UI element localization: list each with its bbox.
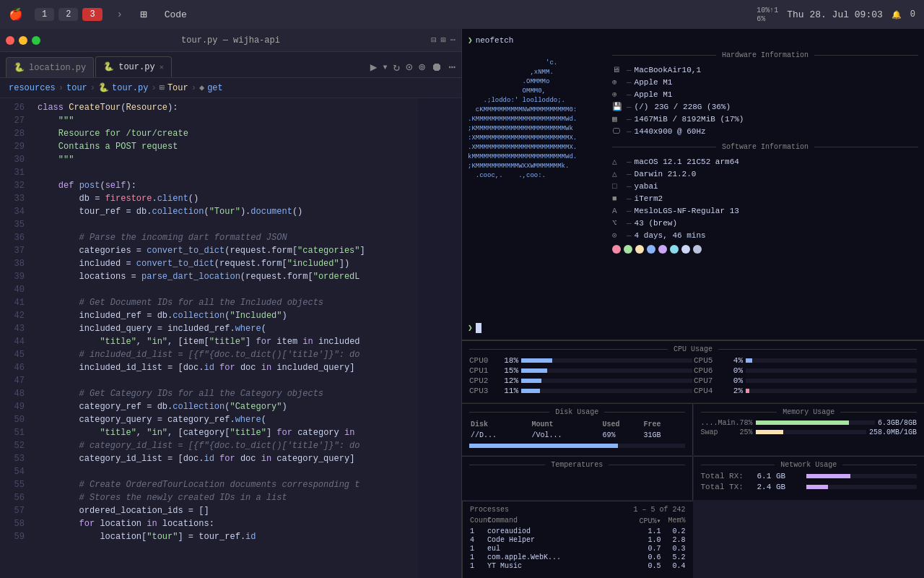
cpu-title: CPU Usage: [668, 345, 718, 353]
cpu3-bar: [521, 389, 692, 393]
cpu4-val: 2%: [723, 387, 743, 395]
workspace-tab-3[interactable]: 3: [82, 8, 102, 21]
mem-swap-bar: [756, 430, 866, 434]
layout-icon[interactable]: ⊞: [441, 35, 446, 46]
cpu2-val: 12%: [498, 376, 518, 385]
bc-tour[interactable]: tour: [66, 83, 87, 93]
terminal-prompt: ❯ neofetch: [468, 32, 918, 49]
run-arrow-icon[interactable]: ▼: [383, 64, 387, 72]
cursor-block[interactable]: [476, 323, 481, 333]
disk-row-mount: /Vol...: [531, 431, 601, 439]
proc-header: Count Command CPU%▾ Mem%: [470, 517, 686, 525]
disk-title: Disk Usage: [549, 408, 604, 416]
line-numbers: 2627282930 3132333435 3637383940 4142434…: [0, 98, 32, 578]
hw-title: Hardware Information: [716, 49, 814, 61]
tab-label: location.py: [29, 63, 86, 73]
proc-row-1: 1 coreaudiod 1.1 0.2: [470, 527, 686, 535]
cpu6-bar: [746, 368, 917, 373]
mem-main-val: 6.3GB/8GB: [878, 419, 917, 427]
workspace-tab-2[interactable]: 2: [58, 8, 78, 21]
cpu4-label: CPU4: [694, 387, 720, 395]
nav-forward-arrow[interactable]: ›: [114, 9, 126, 20]
bc-method[interactable]: get: [207, 83, 223, 93]
apple-icon[interactable]: 🍎: [9, 7, 23, 22]
cpu2-bar: [521, 379, 692, 383]
proc-row-3: 1 eul 0.7 0.3: [470, 545, 686, 553]
cpu7-bar: [746, 379, 917, 383]
processes-count: 1 – 5 of 242: [633, 506, 685, 514]
proc-row-5: 1 YT Music 0.5 0.4: [470, 562, 686, 570]
record-icon[interactable]: ⏺: [431, 61, 443, 74]
bc-resources[interactable]: resources: [9, 83, 56, 93]
terminal-chevron: ❯: [468, 322, 473, 334]
minimize-button[interactable]: [19, 36, 27, 45]
maximize-button[interactable]: [32, 36, 40, 45]
tab-close-button[interactable]: ✕: [160, 63, 164, 72]
bc-tour-py-icon: 🐍: [98, 82, 109, 93]
step2-icon[interactable]: ⊚: [419, 60, 426, 74]
editor-panel: tour.py — wijha-api ⊟ ⊞ ⋯ 🐍 location.py …: [0, 29, 462, 578]
notif-count: 0: [910, 9, 915, 20]
grid-icon[interactable]: ⊞: [140, 7, 147, 22]
notch-area: 10%↑1 6% Thu 28. Jul 09:03 🔔 0: [757, 6, 915, 23]
disk-col-disk: Disk: [471, 420, 530, 430]
system-info: Hardware Information 🖥—MacBookAir10,1 ⊕—…: [612, 49, 918, 319]
net-rx-val: 6.1 GB: [757, 472, 801, 480]
net-rx-label: Total RX:: [701, 472, 751, 480]
close-button[interactable]: [6, 36, 14, 45]
temperatures-panel: Temperatures: [462, 456, 693, 501]
bc-tour-py[interactable]: tour.py: [112, 83, 148, 93]
run-icon[interactable]: ▶: [370, 60, 378, 74]
disk-col-mount: Mount: [531, 420, 601, 430]
more-icon[interactable]: ⋯: [450, 35, 456, 46]
net-rx-row: Total RX: 6.1 GB: [701, 472, 918, 480]
proc-col-mem: Mem%: [664, 517, 686, 525]
proc-col-cmd: Command: [487, 517, 632, 525]
cpu0-bar: [521, 358, 692, 363]
mem-swap-label: Swap: [701, 428, 737, 436]
cpu5-label: CPU5: [694, 356, 720, 365]
traffic-lights: [6, 36, 40, 45]
workspace-tab-1[interactable]: 1: [35, 8, 54, 21]
processes-panel: Processes 1 – 5 of 242 Count Command CPU…: [462, 501, 693, 578]
prompt-arrow: ❯: [468, 35, 473, 46]
bell-icon[interactable]: 🔔: [892, 10, 902, 20]
right-panel: ❯ neofetch 'c. ,xNMM. .OMMMMo OMMM0, .;l…: [462, 29, 924, 578]
disk-row-disk: //D...: [471, 431, 530, 439]
step-icon[interactable]: ⊙: [406, 60, 413, 74]
cpu3-val: 11%: [498, 387, 518, 395]
cpu6-label: CPU6: [694, 366, 720, 375]
macos-titlebar: 🍎 1 2 3 › ⊞ Code 10%↑1 6% Thu 28. Jul 09…: [0, 0, 924, 29]
tab-tour[interactable]: 🐍 tour.py ✕: [95, 56, 171, 77]
code-text[interactable]: class CreateTour(Resource): """ Resource…: [32, 98, 418, 578]
python-icon-2: 🐍: [103, 61, 114, 72]
disk-row-free: 31GB: [644, 431, 684, 439]
proc-col-cpu: CPU%▾: [635, 517, 661, 525]
mem-swap-row: Swap 25% 258.0MB/1GB: [701, 428, 918, 436]
cpu2-label: CPU2: [469, 376, 495, 385]
net-tx-bar: [806, 485, 918, 489]
mem-swap-val: 258.0MB/1GB: [869, 428, 917, 436]
split-icon[interactable]: ⊟: [431, 35, 436, 46]
disk-table: Disk Mount Used Free //D... /Vol... 69% …: [469, 419, 685, 441]
cpu4-bar: [746, 389, 917, 393]
tab-location[interactable]: 🐍 location.py: [6, 57, 94, 77]
net-tx-row: Total TX: 2.4 GB: [701, 483, 918, 491]
cpu6-val: 0%: [723, 366, 743, 375]
bc-class[interactable]: Tour: [167, 83, 188, 93]
cpu-panel: CPU Usage CPU0 18% CPU5 4% CPU: [462, 340, 924, 402]
proc-col-count: Count: [470, 517, 484, 525]
mem-title: Memory Usage: [777, 408, 840, 416]
editor-titlebar: tour.py — wijha-api ⊟ ⊞ ⋯: [0, 29, 461, 52]
refresh-icon[interactable]: ↻: [393, 60, 400, 74]
disk-col-free: Free: [644, 420, 684, 430]
proc-row-4: 1 com.apple.WebK... 0.6 5.2: [470, 553, 686, 561]
editor-tabs: 🐍 location.py 🐍 tour.py ✕ ▶ ▼ ↻ ⊙ ⊚ ⏺ ⋯: [0, 52, 461, 78]
tab-label-2: tour.py: [118, 62, 154, 72]
cpu1-label: CPU1: [469, 366, 495, 375]
cpu5-val: 4%: [723, 356, 743, 365]
cpu7-val: 0%: [723, 376, 743, 385]
cpu1-bar: [521, 368, 692, 373]
net-tx-val: 2.4 GB: [757, 483, 801, 491]
more-dots-icon[interactable]: ⋯: [448, 60, 456, 74]
